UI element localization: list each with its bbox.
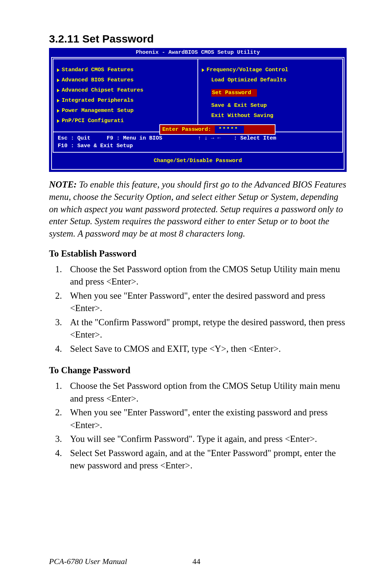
bios-screenshot: Phoenix - AwardBIOS CMOS Setup Utility S…	[49, 48, 347, 172]
legend-esc-f9: Esc : Quit F9 : Menu in BIOS	[58, 134, 198, 142]
menu-frequency-voltage[interactable]: Frequency/Voltage Control	[202, 66, 340, 74]
menu-exit-no-save[interactable]: Exit Without Saving	[202, 112, 340, 120]
bios-left-column: Standard CMOS Features Advanced BIOS Fea…	[53, 59, 198, 132]
bios-outer-frame: Standard CMOS Features Advanced BIOS Fea…	[51, 57, 344, 170]
menu-standard-cmos[interactable]: Standard CMOS Features	[57, 66, 195, 74]
legend-blank	[198, 142, 338, 150]
bios-title: Phoenix - AwardBIOS CMOS Setup Utility	[49, 48, 347, 57]
arrow-right-icon	[57, 119, 60, 123]
password-input[interactable]: *****	[215, 126, 244, 133]
bios-help-line: Change/Set/Disable Password	[52, 153, 344, 169]
arrow-right-icon	[57, 109, 60, 113]
establish-steps: Choose the Set Password option from the …	[64, 262, 347, 357]
menu-save-exit[interactable]: Save & Exit Setup	[202, 102, 340, 109]
menu-advanced-bios[interactable]: Advanced BIOS Features	[57, 76, 195, 84]
password-dialog: Enter Password: *****	[159, 124, 275, 135]
password-label: Enter Password:	[162, 126, 211, 133]
list-item: Choose the Set Password option from the …	[64, 380, 347, 405]
arrow-right-icon	[57, 78, 60, 82]
page: 3.2.11 Set Password Phoenix - AwardBIOS …	[0, 0, 392, 588]
legend-f10: F10 : Save & Exit Setup	[58, 142, 198, 150]
footer-manual: PCA-6780 User Manual	[49, 557, 127, 566]
list-item: At the "Confirm Password" prompt, retype…	[64, 316, 347, 341]
menu-advanced-chipset[interactable]: Advanced Chipset Features	[57, 86, 195, 94]
list-item: Choose the Set Password option from the …	[64, 263, 347, 288]
list-item: When you see "Enter Password", enter the…	[64, 290, 347, 315]
note-label: NOTE:	[49, 180, 77, 189]
list-item: You will see "Confirm Password". Type it…	[64, 433, 347, 446]
change-heading: To Change Password	[49, 365, 347, 375]
note-paragraph: NOTE: To enable this feature, you should…	[49, 178, 347, 240]
change-steps: Choose the Set Password option from the …	[64, 378, 347, 474]
list-item: When you see "Enter Password", enter the…	[64, 406, 347, 431]
establish-heading: To Establish Password	[49, 249, 347, 259]
list-item: Select Set Password again, and at the "E…	[64, 447, 347, 472]
menu-load-defaults[interactable]: Load Optimized Defaults	[202, 76, 340, 84]
menu-power-management[interactable]: Power Management Setup	[57, 107, 195, 114]
note-text: To enable this feature, you should first…	[49, 180, 346, 238]
menu-pnp-pci[interactable]: PnP/PCI Configurati	[57, 117, 195, 125]
page-footer: PCA-6780 User Manual 44	[49, 546, 347, 566]
menu-set-password-row[interactable]: Set Password	[202, 86, 340, 99]
footer-page-number: 44	[192, 557, 200, 566]
arrow-right-icon	[57, 68, 60, 72]
section-heading: 3.2.11 Set Password	[49, 33, 347, 45]
list-item: Select Save to CMOS and EXIT, type <Y>, …	[64, 343, 347, 355]
bios-inner-frame: Standard CMOS Features Advanced BIOS Fea…	[53, 59, 343, 153]
arrow-right-icon	[202, 68, 204, 72]
arrow-right-icon	[57, 99, 60, 102]
menu-integrated-peripherals[interactable]: Integrated Peripherals	[57, 97, 195, 104]
legend-arrows: ↑ ↓ → ← : Select Item	[198, 134, 338, 142]
bios-right-column: Frequency/Voltage Control Load Optimized…	[198, 59, 342, 132]
arrow-right-icon	[57, 89, 60, 92]
